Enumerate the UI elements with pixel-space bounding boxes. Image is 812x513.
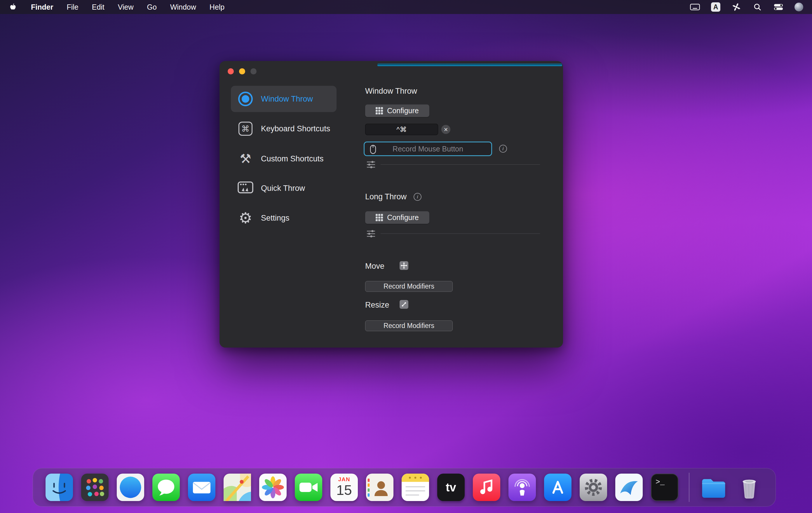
quick-throw-icon: [237, 179, 254, 197]
menu-help[interactable]: Help: [209, 3, 225, 11]
dock-item-system-preferences[interactable]: [580, 474, 607, 501]
dock-item-downloads-folder[interactable]: [700, 474, 727, 501]
dock: JAN 15 tv: [33, 468, 776, 507]
dock-item-terminal[interactable]: >_: [651, 474, 678, 501]
dock-item-window-app[interactable]: [615, 474, 643, 501]
resize-icon: [400, 300, 408, 309]
record-mouse-button-field[interactable]: Record Mouse Button: [364, 142, 492, 156]
pinwheel-icon[interactable]: [731, 2, 742, 12]
keyboard-icon[interactable]: [690, 2, 700, 12]
menu-app-name[interactable]: Finder: [31, 3, 53, 11]
sidebar-item-quick-throw[interactable]: Quick Throw: [231, 175, 337, 201]
menu-file[interactable]: File: [66, 3, 78, 11]
dock-item-maps[interactable]: [224, 474, 251, 501]
tools-icon: ⚒: [237, 150, 254, 168]
dock-item-safari[interactable]: [117, 474, 144, 501]
sidebar-label: Custom Shortcuts: [261, 154, 324, 163]
sidebar-item-window-throw[interactable]: Window Throw: [231, 86, 337, 112]
section-title-window-throw: Window Throw: [365, 87, 417, 96]
close-icon: ×: [444, 126, 448, 133]
dock-item-podcasts[interactable]: [509, 474, 536, 501]
close-button[interactable]: [228, 68, 234, 74]
terminal-prompt: >_: [656, 478, 665, 486]
dock-item-facetime[interactable]: [295, 474, 322, 501]
record-modifiers-resize-button[interactable]: Record Modifiers: [365, 321, 453, 331]
configure-label: Configure: [387, 213, 418, 222]
info-icon[interactable]: i: [499, 145, 507, 153]
siri-icon[interactable]: [794, 3, 803, 11]
shortcut-value: ^⌘: [396, 125, 407, 134]
record-mouse-placeholder: Record Mouse Button: [393, 145, 463, 153]
resize-label: Resize: [365, 301, 389, 310]
apple-menu-icon[interactable]: [9, 3, 18, 11]
info-icon-long-throw[interactable]: i: [414, 193, 422, 201]
menu-bar: Finder File Edit View Go Window Help A: [0, 0, 812, 14]
titlebar-accent-strip: [377, 64, 562, 66]
dock-item-photos[interactable]: [259, 474, 287, 501]
dock-item-trash[interactable]: [735, 474, 763, 501]
dock-item-calendar[interactable]: JAN 15: [330, 474, 358, 501]
sidebar-label: Quick Throw: [261, 184, 305, 193]
options-sliders-icon[interactable]: [366, 229, 376, 238]
configure-label: Configure: [387, 107, 418, 115]
dock-item-music[interactable]: [473, 474, 500, 501]
gear-icon: ⚙: [237, 209, 254, 227]
input-source-icon[interactable]: A: [711, 2, 720, 12]
app-window: Window Throw ⌘ Keyboard Shortcuts ⚒ Cust…: [220, 61, 563, 348]
dock-item-finder[interactable]: [46, 474, 73, 501]
configure-button-window-throw[interactable]: Configure: [365, 104, 429, 117]
grid-icon: [376, 214, 383, 221]
sidebar-item-settings[interactable]: ⚙ Settings: [231, 205, 337, 231]
options-sliders-icon[interactable]: [366, 160, 376, 169]
dock-item-notes[interactable]: [402, 474, 429, 501]
dock-item-launchpad[interactable]: [81, 474, 109, 501]
sidebar-label: Keyboard Shortcuts: [261, 124, 330, 133]
calendar-day: 15: [336, 482, 352, 498]
menu-go[interactable]: Go: [147, 3, 157, 11]
tv-label: tv: [446, 481, 456, 494]
minimize-button[interactable]: [239, 68, 245, 74]
dock-item-app-store[interactable]: [544, 474, 572, 501]
configure-button-long-throw[interactable]: Configure: [365, 211, 429, 224]
calendar-month: JAN: [338, 476, 350, 483]
search-icon[interactable]: [752, 2, 762, 12]
dock-item-contacts[interactable]: [366, 474, 394, 501]
sidebar-item-custom-shortcuts[interactable]: ⚒ Custom Shortcuts: [231, 146, 337, 172]
command-key-icon: ⌘: [237, 120, 254, 138]
section-title-long-throw: Long Throw: [365, 192, 407, 201]
record-circle-icon: [237, 90, 254, 108]
dock-item-mail[interactable]: [188, 474, 215, 501]
move-icon: [400, 261, 408, 270]
sidebar-label: Settings: [261, 214, 290, 223]
shortcut-field[interactable]: ^⌘: [365, 124, 438, 135]
dock-item-tv[interactable]: tv: [437, 474, 465, 501]
menu-edit[interactable]: Edit: [92, 3, 105, 11]
mouse-icon: [370, 145, 376, 156]
dock-separator: [689, 473, 689, 502]
record-modifiers-move-button[interactable]: Record Modifiers: [365, 281, 453, 292]
control-center-icon[interactable]: [774, 2, 783, 12]
menu-view[interactable]: View: [118, 3, 134, 11]
divider: [381, 164, 540, 164]
grid-icon: [376, 107, 383, 114]
dock-item-messages[interactable]: [152, 474, 180, 501]
sidebar-item-keyboard-shortcuts[interactable]: ⌘ Keyboard Shortcuts: [231, 116, 337, 142]
zoom-button[interactable]: [251, 68, 257, 74]
menu-window[interactable]: Window: [170, 3, 196, 11]
sidebar-label: Window Throw: [261, 95, 313, 103]
clear-shortcut-button[interactable]: ×: [441, 125, 451, 134]
move-label: Move: [365, 262, 384, 271]
